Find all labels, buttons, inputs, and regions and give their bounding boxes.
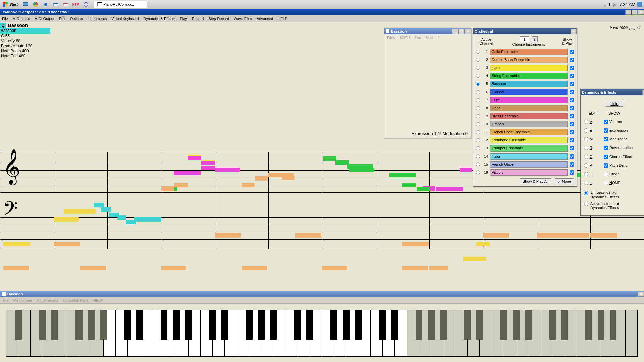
minimize-button[interactable]: _ — [625, 10, 631, 15]
show-play-checkbox[interactable] — [570, 154, 574, 159]
tray-icon-ie[interactable]: e — [42, 1, 49, 8]
bassoon-menu-item[interactable]: Mod — [426, 36, 433, 40]
black-key[interactable] — [500, 310, 507, 340]
show-play-checkbox[interactable] — [570, 58, 574, 62]
note[interactable] — [295, 233, 321, 238]
bassoon-menu-item[interactable]: BOTH — [399, 36, 410, 40]
note[interactable] — [134, 217, 161, 222]
channel-radio[interactable] — [476, 162, 480, 167]
black-key[interactable] — [585, 310, 592, 340]
note[interactable] — [3, 242, 30, 246]
note[interactable] — [174, 171, 201, 175]
edit-radio[interactable] — [584, 137, 588, 141]
note[interactable] — [349, 168, 374, 172]
show-play-checkbox[interactable] — [570, 114, 574, 118]
instrument-button[interactable]: Tuba — [490, 153, 568, 160]
note[interactable] — [476, 242, 490, 246]
channel-radio[interactable] — [476, 90, 480, 94]
black-key[interactable] — [306, 310, 313, 340]
show-play-checkbox[interactable] — [570, 50, 574, 54]
panel-maximize-button[interactable]: ❐ — [459, 29, 465, 34]
black-key[interactable] — [15, 310, 22, 340]
start-button[interactable]: Start — [0, 1, 20, 8]
help-button[interactable]: ? — [532, 36, 538, 42]
dock-menu-item[interactable]: HELP — [93, 298, 103, 302]
note[interactable] — [161, 266, 186, 270]
black-key[interactable] — [440, 310, 447, 340]
black-key[interactable] — [258, 310, 265, 340]
piano-keyboard[interactable] — [6, 310, 638, 357]
instrument-button[interactable]: Oboe — [490, 105, 568, 111]
note[interactable] — [389, 173, 416, 177]
show-play-checkbox[interactable] — [570, 66, 574, 70]
note[interactable] — [215, 168, 240, 172]
black-key[interactable] — [161, 310, 168, 340]
channel-radio[interactable] — [476, 146, 480, 150]
show-checkbox[interactable] — [604, 137, 608, 141]
edit-radio[interactable] — [584, 181, 588, 185]
tray-icon-circle[interactable] — [82, 1, 90, 8]
tray-icon-ftp[interactable]: FTP — [72, 1, 79, 8]
instrument-button[interactable]: Harp — [490, 65, 568, 71]
all-show-play-radio[interactable] — [584, 191, 588, 195]
show-play-checkbox[interactable] — [570, 162, 574, 167]
black-key[interactable] — [88, 310, 95, 340]
show-play-checkbox[interactable] — [570, 138, 574, 142]
show-play-checkbox[interactable] — [570, 74, 574, 78]
note[interactable] — [322, 266, 347, 270]
black-key[interactable] — [221, 310, 228, 340]
channel-radio[interactable] — [476, 66, 480, 70]
note[interactable] — [64, 209, 96, 214]
instrument-button[interactable]: Bassoon — [490, 81, 568, 87]
black-key[interactable] — [549, 310, 556, 340]
black-key[interactable] — [464, 310, 471, 340]
instrument-button[interactable]: Flute — [490, 97, 568, 103]
note[interactable] — [54, 242, 80, 246]
dock-titlebar[interactable]: Bassoon ✕ — [0, 291, 644, 297]
menu-advanced[interactable]: Advanced — [257, 17, 273, 21]
show-play-all-button[interactable]: Show & Play All — [520, 178, 551, 184]
show-checkbox[interactable] — [604, 172, 608, 176]
channel-input[interactable] — [520, 36, 529, 42]
channel-radio[interactable] — [476, 154, 480, 159]
edit-radio[interactable] — [584, 155, 588, 159]
menu-play[interactable]: Play — [180, 17, 187, 21]
instrument-button[interactable]: Brass Ensemble — [490, 113, 568, 119]
tray-chevron-icon[interactable]: ⌄ — [603, 2, 606, 7]
instrument-button[interactable]: Double Bass Ensemble — [490, 57, 568, 63]
bassoon-menu-item[interactable]: Files — [387, 36, 395, 40]
show-checkbox[interactable] — [604, 120, 608, 124]
tray-icon-window1[interactable] — [52, 1, 59, 8]
black-key[interactable] — [476, 310, 483, 340]
dynamics-panel-title[interactable]: Dynamics & Effects ✕ — [581, 89, 644, 95]
instrument-button[interactable]: Piccolo — [490, 169, 568, 176]
note[interactable] — [80, 266, 106, 270]
black-key[interactable] — [355, 310, 362, 340]
tray-volume-icon[interactable]: 🔊 — [612, 2, 617, 7]
note[interactable] — [402, 242, 429, 246]
note[interactable] — [201, 161, 215, 165]
show-checkbox[interactable] — [604, 163, 608, 168]
note[interactable] — [537, 233, 589, 238]
edit-radio[interactable] — [584, 163, 588, 168]
channel-radio[interactable] — [476, 122, 480, 126]
show-checkbox[interactable] — [604, 146, 608, 150]
dock-menu-item[interactable]: Metronome — [13, 298, 32, 302]
bassoon-menu-item[interactable]: ? — [437, 36, 439, 40]
black-key[interactable] — [561, 310, 568, 340]
black-key[interactable] — [185, 310, 192, 340]
tray-icon-desktop[interactable] — [22, 1, 29, 8]
black-key[interactable] — [513, 310, 520, 340]
black-key[interactable] — [330, 310, 337, 340]
black-key[interactable] — [173, 310, 180, 340]
instrument-button[interactable]: Trumpet Ensemble — [490, 145, 568, 152]
edit-radio[interactable] — [584, 120, 588, 124]
note[interactable] — [188, 156, 201, 160]
black-key[interactable] — [75, 310, 83, 340]
black-key[interactable] — [343, 310, 350, 340]
show-checkbox[interactable] — [604, 128, 608, 133]
menu-edit[interactable]: Edit — [59, 17, 65, 21]
show-play-checkbox[interactable] — [570, 90, 574, 94]
black-key[interactable] — [598, 310, 605, 340]
instrument-button[interactable]: String Ensemble — [490, 73, 568, 79]
